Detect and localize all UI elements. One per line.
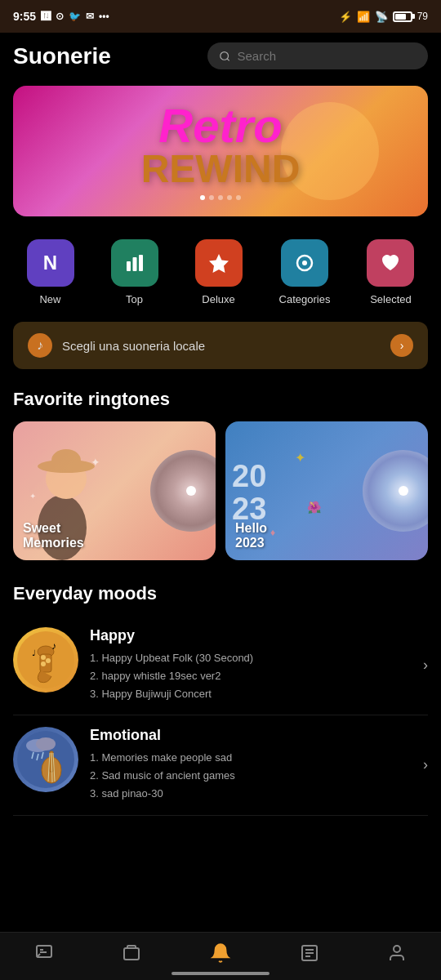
svg-text:20: 20 <box>232 459 266 493</box>
bluetooth-icon: ⚡ <box>339 11 352 23</box>
mood-thumb-emotional <box>13 727 78 792</box>
chat-icon <box>34 943 54 963</box>
banner-retro: Retro <box>141 102 301 149</box>
banner-dot-4[interactable] <box>227 195 232 200</box>
happy-arrow-icon: › <box>423 657 428 674</box>
category-new[interactable]: N New <box>27 239 74 305</box>
svg-rect-4 <box>139 255 143 271</box>
nav-item-cards[interactable] <box>122 943 141 963</box>
nav-item-chat[interactable] <box>34 943 54 963</box>
banner-dot-3[interactable] <box>218 195 223 200</box>
banner-dots <box>141 195 301 200</box>
vinyl-hole <box>186 486 196 496</box>
banner: Retro REWIND <box>13 86 428 216</box>
emotional-track-2: 2. Sad music of ancient games <box>90 767 412 785</box>
location-icon: ⊙ <box>56 11 64 22</box>
music-note-symbol: ♪ <box>37 338 43 353</box>
svg-point-22 <box>41 655 46 660</box>
arrow-right-icon: › <box>390 334 413 357</box>
twitter-icon: 🐦 <box>69 11 81 22</box>
bell-icon <box>210 942 231 964</box>
nav-item-bell[interactable] <box>210 942 231 964</box>
mood-item-happy[interactable]: ♪ ♩ Happy 1. Happy Upbeat Folk (30 Secon… <box>13 616 428 715</box>
hello-2023-label: Hello2023 <box>235 521 267 550</box>
search-input[interactable] <box>238 49 416 63</box>
status-bar: 9:55 🅽 ⊙ 🐦 ✉ ••• ⚡ 📶 📡 79 <box>0 0 441 33</box>
svg-text:✦: ✦ <box>295 451 305 465</box>
category-deluxe[interactable]: Deluxe <box>195 239 243 305</box>
emotional-track-3: 3. sad pinao-30 <box>90 785 412 803</box>
svg-rect-2 <box>127 261 131 271</box>
banner-dot-5[interactable] <box>236 195 241 200</box>
category-selected-icon <box>367 239 414 287</box>
nav-item-user[interactable] <box>387 943 407 963</box>
user-icon <box>387 943 407 963</box>
mood-info-emotional: Emotional 1. Memories make people sad 2.… <box>90 727 412 803</box>
more-icon: ••• <box>99 11 109 22</box>
category-deluxe-label: Deluxe <box>202 293 234 305</box>
category-deluxe-icon <box>195 239 243 287</box>
svg-marker-5 <box>209 254 229 273</box>
local-ringtone-banner[interactable]: ♪ Scegli una suoneria locale › <box>13 322 428 369</box>
mood-item-emotional[interactable]: Emotional 1. Memories make people sad 2.… <box>13 715 428 815</box>
local-banner-left: ♪ Scegli una suoneria locale <box>28 333 205 358</box>
svg-text:♦: ♦ <box>270 527 275 538</box>
fav-card-sweet[interactable]: ✦ ✦ SweetMemories <box>13 421 216 560</box>
svg-rect-3 <box>132 257 136 271</box>
main-content: Suonerie Retro REWIND N <box>0 33 441 889</box>
wifi-icon: 📡 <box>375 11 388 23</box>
search-bar[interactable] <box>207 42 428 69</box>
sweet-memories-label: SweetMemories <box>23 521 84 550</box>
svg-text:✦: ✦ <box>29 492 36 501</box>
mood-list: ♪ ♩ Happy 1. Happy Upbeat Folk (30 Secon… <box>0 616 441 816</box>
battery-percent: 79 <box>417 11 428 22</box>
fav-card-hello[interactable]: 20 23 ✦ ♦ 🌺 Hello2023 <box>225 421 428 560</box>
nav-item-text[interactable] <box>300 943 319 963</box>
happy-track-3: 3. Happy Bujiwuji Concert <box>90 685 412 703</box>
svg-text:🌺: 🌺 <box>307 501 322 514</box>
nfc-icon: 🅽 <box>41 11 51 22</box>
svg-point-23 <box>46 658 51 663</box>
svg-point-11 <box>51 449 81 472</box>
category-top-icon <box>111 239 158 287</box>
emotional-track-1: 1. Memories make people sad <box>90 749 412 767</box>
category-selected[interactable]: Selected <box>367 239 414 305</box>
svg-rect-41 <box>124 948 139 960</box>
happy-track-1: 1. Happy Upbeat Folk (30 Second) <box>90 649 412 667</box>
text-icon <box>300 943 319 963</box>
category-selected-label: Selected <box>370 293 412 305</box>
music-note-icon: ♪ <box>28 333 52 358</box>
mood-emotional-title: Emotional <box>90 727 412 744</box>
svg-point-7 <box>302 261 307 265</box>
signal-icon: 📶 <box>357 11 370 23</box>
favorites-row: ✦ ✦ SweetMemories 20 23 ✦ ♦ 🌺 <box>0 421 441 580</box>
banner-rewind: REWIND <box>141 149 301 189</box>
svg-text:♪: ♪ <box>51 640 56 652</box>
app-title: Suonerie <box>13 43 111 69</box>
cards-icon <box>122 943 141 963</box>
category-categories-label: Categories <box>279 293 331 305</box>
category-categories[interactable]: Categories <box>279 239 331 305</box>
svg-text:♩: ♩ <box>32 648 36 657</box>
mail-icon: ✉ <box>86 11 94 22</box>
vinyl-hole-2 <box>399 486 408 496</box>
svg-point-0 <box>220 51 229 60</box>
category-categories-icon <box>281 239 328 287</box>
banner-dot-1[interactable] <box>200 195 205 200</box>
category-new-label: New <box>39 293 60 305</box>
happy-track-2: 2. happy whistle 19sec ver2 <box>90 667 412 685</box>
category-top-label: Top <box>126 293 143 305</box>
svg-point-29 <box>36 737 56 751</box>
emotional-arrow-icon: › <box>423 756 428 773</box>
header: Suonerie <box>0 33 441 79</box>
category-top[interactable]: Top <box>111 239 158 305</box>
mood-happy-tracks: 1. Happy Upbeat Folk (30 Second) 2. happ… <box>90 649 412 703</box>
time: 9:55 <box>13 10 36 23</box>
categories: N New Top Deluxe <box>0 223 441 322</box>
mood-info-happy: Happy 1. Happy Upbeat Folk (30 Second) 2… <box>90 627 412 703</box>
battery-icon <box>393 11 412 22</box>
banner-dot-2[interactable] <box>209 195 214 200</box>
category-new-icon: N <box>27 239 74 287</box>
mood-happy-title: Happy <box>90 627 412 644</box>
svg-line-1 <box>227 58 229 60</box>
